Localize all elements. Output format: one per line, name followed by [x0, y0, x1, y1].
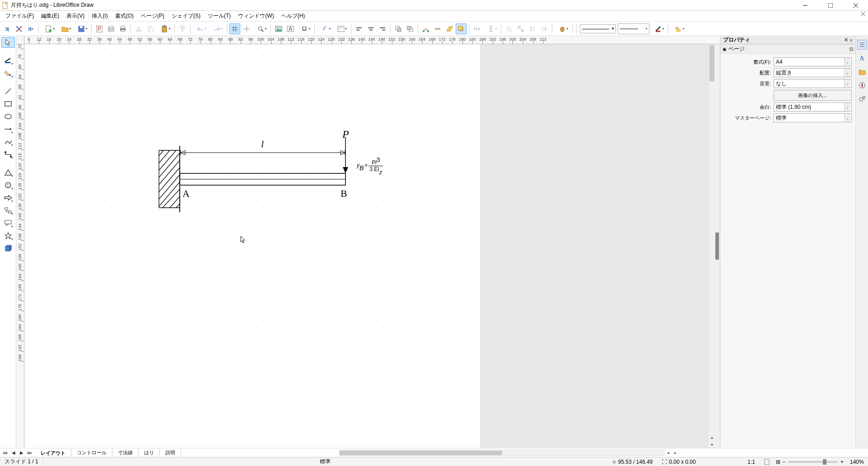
- master-combo[interactable]: 標準⌄: [774, 113, 852, 122]
- fill-color-tool[interactable]: ▼: [1, 68, 15, 79]
- ungroup-button[interactable]: [515, 23, 526, 34]
- insert-image-button-panel[interactable]: 画像の挿入...: [774, 90, 852, 101]
- line-color-button[interactable]: ▼: [650, 23, 666, 34]
- nav-first-icon[interactable]: ⏮: [2, 449, 9, 457]
- menubar-close-icon[interactable]: [861, 12, 865, 16]
- menu-window[interactable]: ウィンドウ(W): [234, 11, 277, 21]
- properties-section-page[interactable]: ▣ ページ ⊡: [720, 44, 855, 54]
- arrange-back-button[interactable]: [405, 23, 415, 34]
- vscroll-thumb[interactable]: [709, 45, 714, 81]
- cut-button[interactable]: [133, 23, 144, 34]
- hscroll-thumb[interactable]: [340, 451, 502, 455]
- redo-button[interactable]: ▼: [209, 23, 224, 34]
- align-right-button[interactable]: [377, 23, 388, 34]
- formula-pix-icon[interactable]: πx: [25, 23, 36, 34]
- paste-button[interactable]: ▼: [157, 23, 172, 34]
- nav-last-icon[interactable]: ⏭: [26, 449, 33, 457]
- tab-layout[interactable]: レイアウト: [35, 448, 71, 457]
- menu-shape[interactable]: シェイプ(S): [168, 11, 204, 21]
- hscroll-right-icon[interactable]: ▸: [672, 450, 679, 455]
- zoom-button[interactable]: ▼: [253, 23, 268, 34]
- format-combo[interactable]: A4⌄: [774, 57, 852, 66]
- tab-control[interactable]: コントロール: [71, 448, 112, 457]
- vertical-scrollbar[interactable]: ▴ ▾: [708, 44, 715, 448]
- formula-tools-icon[interactable]: [14, 23, 24, 34]
- line-color-tool[interactable]: ▼: [1, 55, 15, 66]
- callout-tool[interactable]: ▼: [1, 218, 15, 228]
- zoom-fit-icon[interactable]: ⊞: [776, 459, 780, 465]
- menu-page[interactable]: ページ(P): [137, 11, 168, 21]
- flowchart-tool[interactable]: ▼: [1, 205, 15, 216]
- horizontal-scrollbar[interactable]: [339, 450, 664, 456]
- menu-help[interactable]: ヘルプ(H): [278, 11, 309, 21]
- margin-combo[interactable]: 標準 (1.90 cm)⌄: [774, 103, 852, 112]
- print-button[interactable]: [117, 23, 128, 34]
- group-button[interactable]: [504, 23, 514, 34]
- arrange-front-button[interactable]: [393, 23, 404, 34]
- shadow-button[interactable]: [456, 23, 467, 34]
- insert-image-button[interactable]: [273, 23, 284, 34]
- formula-pi-icon[interactable]: π: [2, 23, 13, 34]
- curve-tool[interactable]: ▼: [1, 136, 15, 147]
- rect-tool[interactable]: [1, 98, 15, 109]
- glue-points-button[interactable]: [432, 23, 443, 34]
- horizontal-ruler[interactable]: 8121620242832364044485256606468727680848…: [24, 36, 720, 44]
- star-tool[interactable]: ▼: [1, 230, 15, 241]
- insert-hyperlink-button[interactable]: ▼: [333, 23, 349, 34]
- 3d-button[interactable]: ▼: [555, 23, 570, 34]
- fill-color-button[interactable]: ▼: [671, 23, 686, 34]
- tab-desc[interactable]: 説明: [160, 448, 181, 457]
- edit-points-button[interactable]: [420, 23, 431, 34]
- distribute-h-button[interactable]: [471, 23, 482, 34]
- line-width-combo[interactable]: ▼: [618, 23, 649, 34]
- insert-fontwork-button[interactable]: F▼: [317, 23, 332, 34]
- align-left-button[interactable]: [354, 23, 364, 34]
- menu-format[interactable]: 書式(O): [112, 11, 137, 21]
- section-more-icon[interactable]: ⊡: [849, 47, 853, 51]
- arrow-tool[interactable]: ▼: [1, 124, 15, 135]
- grid-button[interactable]: [229, 23, 240, 34]
- status-ratio[interactable]: 1:1: [743, 457, 760, 466]
- sidebar-shapes-icon[interactable]: [857, 94, 867, 104]
- menu-file[interactable]: ファイル(F): [2, 11, 37, 21]
- sidebar-navigator-icon[interactable]: [857, 80, 867, 90]
- export-pdf-button[interactable]: P: [94, 23, 105, 34]
- clone-format-button[interactable]: [177, 23, 188, 34]
- sidebar-gallery-icon[interactable]: [857, 67, 867, 77]
- maximize-button[interactable]: [824, 1, 837, 10]
- nav-prev-icon[interactable]: ◀: [10, 449, 17, 457]
- zoom-slider[interactable]: [788, 461, 838, 463]
- save-button[interactable]: ▼: [74, 23, 89, 34]
- align-center-button[interactable]: [365, 23, 376, 34]
- drawing-canvas[interactable]: l P A B y B = Pl3 3 EIz: [24, 44, 708, 448]
- open-button[interactable]: ▼: [57, 23, 73, 34]
- enter-group-button[interactable]: [527, 23, 538, 34]
- copy-button[interactable]: [145, 23, 156, 34]
- bg-combo[interactable]: なし⌄: [774, 79, 852, 88]
- print-preview-button[interactable]: [106, 23, 117, 34]
- menu-insert[interactable]: 挿入(I): [88, 11, 111, 21]
- select-tool[interactable]: [1, 37, 15, 48]
- insert-textbox-button[interactable]: A: [285, 23, 296, 34]
- line-style-combo[interactable]: ▼: [580, 24, 616, 33]
- status-zoom[interactable]: 140%: [845, 457, 868, 466]
- undo-button[interactable]: ▼: [193, 23, 208, 34]
- zoom-out-icon[interactable]: −: [782, 459, 785, 465]
- snap-guides-button[interactable]: [241, 23, 252, 34]
- ellipse-tool[interactable]: [1, 111, 15, 122]
- vscroll-up-icon[interactable]: ▴: [709, 433, 715, 441]
- sidebar-styles-icon[interactable]: A: [857, 53, 867, 63]
- exit-group-button[interactable]: [539, 23, 550, 34]
- menu-view[interactable]: 表示(V): [63, 11, 88, 21]
- minimize-button[interactable]: [798, 1, 812, 10]
- orient-combo[interactable]: 縦置き⌄: [774, 68, 852, 77]
- tab-dims[interactable]: 寸法線: [112, 448, 139, 457]
- zoom-in-icon[interactable]: +: [840, 459, 844, 465]
- insert-special-char-button[interactable]: Ω▼: [297, 23, 312, 34]
- panel-collapse-handle[interactable]: [715, 233, 719, 260]
- block-arrows-tool[interactable]: ▼: [1, 192, 15, 203]
- menu-tools[interactable]: ツール(T): [204, 11, 234, 21]
- line-tool[interactable]: [1, 86, 15, 97]
- sidebar-properties-icon[interactable]: [857, 40, 867, 50]
- menu-edit[interactable]: 編集(E): [37, 11, 63, 21]
